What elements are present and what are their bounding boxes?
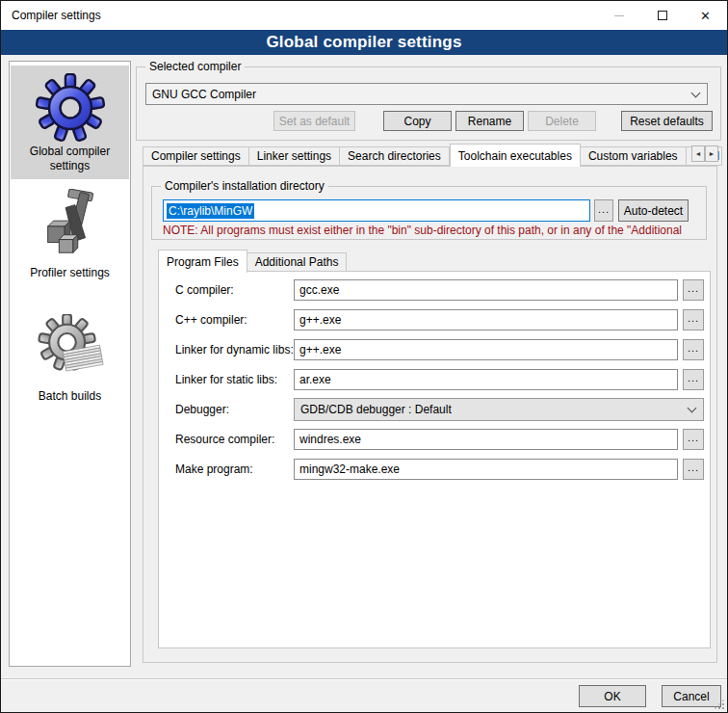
delete-button[interactable]: Delete (528, 111, 596, 131)
set-as-default-button[interactable]: Set as default (273, 111, 355, 131)
install-dir-note: NOTE: All programs must exist either in … (163, 224, 706, 237)
compiler-tab-bar: Compiler settings Linker settings Search… (143, 144, 722, 166)
reset-defaults-button[interactable]: Reset defaults (621, 111, 713, 131)
page-title: Global compiler settings (266, 33, 461, 52)
linker-dynamic-input[interactable] (294, 339, 678, 360)
make-program-browse-button[interactable]: ... (683, 459, 704, 480)
tab-linker-settings[interactable]: Linker settings (249, 146, 340, 166)
cancel-button[interactable]: Cancel (662, 685, 721, 707)
arrow-right-icon: ► (709, 150, 715, 157)
ok-button[interactable]: OK (579, 685, 646, 707)
close-button[interactable]: ✕ (684, 1, 727, 30)
close-icon: ✕ (700, 10, 711, 22)
settings-category-list: Global compiler settings (9, 61, 131, 667)
minimize-icon (614, 15, 624, 16)
arrow-left-icon: ◄ (695, 150, 702, 157)
c-compiler-browse-button[interactable]: ... (683, 279, 704, 301)
window-title: Compiler settings (12, 9, 101, 22)
compiler-settings-window: Compiler settings ✕ Global compiler sett… (0, 0, 728, 713)
minimize-button[interactable] (597, 1, 640, 30)
title-bar[interactable]: Compiler settings ✕ (1, 1, 727, 30)
gray-gear-stack-icon (37, 314, 104, 387)
auto-detect-button[interactable]: Auto-detect (618, 199, 689, 222)
rename-button[interactable]: Rename (455, 111, 524, 131)
install-dir-input[interactable]: C:\raylib\MinGW (163, 199, 590, 222)
tab-program-files[interactable]: Program Files (158, 250, 247, 273)
debugger-label: Debugger: (175, 403, 229, 416)
resize-grip[interactable] (715, 700, 724, 709)
tab-scroll-right-button[interactable]: ► (705, 145, 718, 162)
c-compiler-input[interactable] (294, 279, 678, 301)
sidebar-item-label: Batch builds (11, 387, 129, 409)
dialog-header: Global compiler settings (1, 30, 727, 55)
caliper-icon (37, 189, 104, 264)
sidebar-item-batch-builds[interactable]: Batch builds (11, 308, 129, 409)
tab-search-directories[interactable]: Search directories (340, 146, 450, 166)
linker-static-label: Linker for static libs: (175, 373, 277, 386)
cpp-compiler-label: C++ compiler: (175, 313, 247, 327)
resource-compiler-input[interactable] (294, 429, 678, 450)
debugger-select[interactable]: GDB/CDB debugger : Default (294, 398, 704, 421)
tab-additional-paths[interactable]: Additional Paths (247, 252, 348, 272)
linker-static-input[interactable] (294, 369, 678, 390)
selected-compiler-group-label: Selected compiler (145, 60, 245, 73)
compiler-select[interactable]: GNU GCC Compiler (145, 83, 708, 105)
sidebar-item-label: Profiler settings (11, 264, 129, 286)
cpp-compiler-input[interactable] (294, 309, 678, 330)
tab-toolchain-executables[interactable]: Toolchain executables (450, 144, 581, 167)
c-compiler-label: C compiler: (175, 283, 234, 297)
install-dir-value: C:\raylib\MinGW (167, 203, 254, 219)
chevron-down-icon (688, 404, 697, 413)
make-program-input[interactable] (294, 459, 678, 480)
resource-compiler-label: Resource compiler: (175, 433, 274, 446)
cpp-compiler-browse-button[interactable]: ... (683, 309, 704, 330)
tab-scroll-left-button[interactable]: ◄ (691, 145, 705, 162)
install-dir-browse-button[interactable]: ... (594, 199, 613, 222)
copy-button[interactable]: Copy (383, 111, 452, 131)
maximize-button[interactable] (640, 1, 684, 30)
compiler-select-value: GNU GCC Compiler (152, 88, 692, 101)
maximize-icon (658, 11, 667, 20)
tab-custom-variables[interactable]: Custom variables (581, 146, 687, 166)
tab-compiler-settings[interactable]: Compiler settings (143, 146, 249, 166)
chevron-down-icon (691, 88, 701, 97)
resource-compiler-browse-button[interactable]: ... (683, 429, 704, 450)
blue-gear-icon (36, 73, 105, 143)
debugger-select-value: GDB/CDB debugger : Default (300, 403, 689, 416)
linker-dynamic-label: Linker for dynamic libs: (175, 343, 294, 356)
make-program-label: Make program: (175, 462, 253, 476)
sidebar-item-label: Global compiler settings (11, 143, 129, 179)
install-dir-group-label: Compiler's installation directory (161, 179, 328, 193)
sidebar-item-global-compiler-settings[interactable]: Global compiler settings (11, 66, 129, 179)
paths-tab-bar: Program Files Additional Paths (158, 250, 347, 272)
sidebar-item-profiler-settings[interactable]: Profiler settings (11, 183, 129, 286)
footer-divider-highlight (1, 679, 727, 680)
linker-dynamic-browse-button[interactable]: ... (683, 339, 704, 360)
linker-static-browse-button[interactable]: ... (683, 369, 704, 390)
